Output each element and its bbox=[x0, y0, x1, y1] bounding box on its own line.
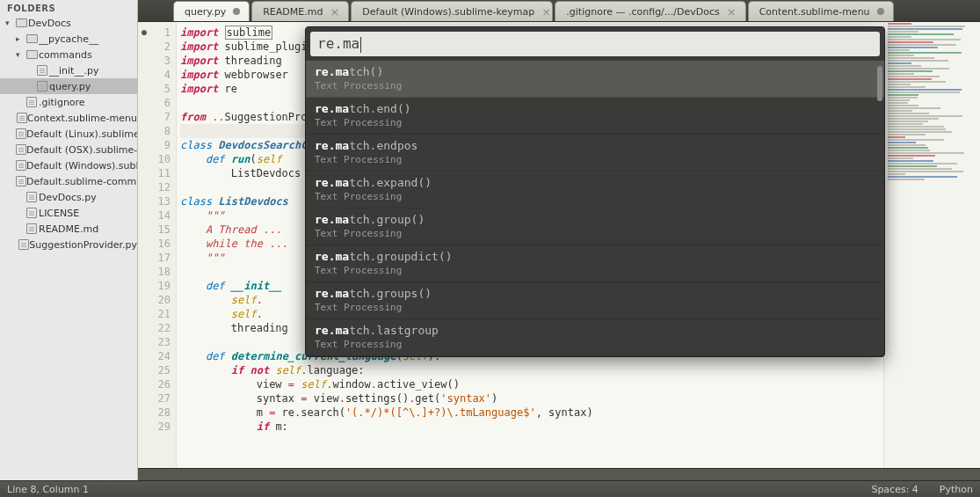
line-number: 17 bbox=[138, 251, 171, 265]
tab-label: Content.sublime-menu bbox=[759, 6, 870, 18]
file-SuggestionProvider.py[interactable]: SuggestionProvider.py bbox=[0, 237, 137, 252]
folder-icon bbox=[14, 18, 28, 27]
tree-label: README.md bbox=[39, 223, 98, 235]
code-line[interactable]: if not self.language: bbox=[180, 363, 883, 377]
status-syntax[interactable]: Python bbox=[940, 484, 973, 495]
close-icon[interactable]: × bbox=[330, 6, 339, 18]
folder-DevDocs[interactable]: ▾DevDocs bbox=[0, 15, 137, 31]
quick-panel-scrollbar[interactable] bbox=[877, 66, 882, 101]
quick-panel-item-subtitle: Text Processing bbox=[315, 154, 875, 165]
tree-label: __init__.py bbox=[49, 65, 98, 77]
close-icon[interactable]: × bbox=[541, 6, 551, 18]
line-number: 18 bbox=[138, 265, 171, 279]
quick-panel-item[interactable]: re.match.endposText Processing bbox=[306, 135, 884, 172]
line-number: 20 bbox=[138, 293, 171, 307]
file-icon bbox=[35, 81, 49, 91]
code-line[interactable]: view = self.window.active_view() bbox=[180, 377, 883, 391]
quick-panel-item-title: re.match.group() bbox=[315, 213, 875, 226]
file-.gitignore[interactable]: .gitignore bbox=[0, 94, 137, 110]
line-number: 7 bbox=[138, 110, 171, 124]
file-Default.sublime-commands[interactable]: Default.sublime-commands bbox=[0, 173, 137, 189]
code-line[interactable]: if m: bbox=[180, 420, 883, 434]
quick-panel-item-title: re.match.endpos bbox=[315, 139, 875, 152]
file-Context.sublime-menu[interactable]: Context.sublime-menu bbox=[0, 110, 137, 126]
line-number: 23 bbox=[138, 335, 171, 349]
file-Default (Linux).sublime-keymap[interactable]: Default (Linux).sublime-keymap bbox=[0, 126, 137, 142]
tab-label: Default (Windows).sublime-keymap bbox=[362, 6, 534, 18]
file-__init__.py[interactable]: __init__.py bbox=[0, 62, 137, 78]
tab-content-sublime-menu[interactable]: Content.sublime-menu bbox=[748, 1, 894, 21]
quick-panel-item[interactable]: re.match.group()Text Processing bbox=[306, 208, 884, 245]
line-number: 21 bbox=[138, 307, 171, 321]
tab-readme-md[interactable]: README.md× bbox=[251, 1, 349, 21]
tree-label: __pycache__ bbox=[39, 33, 98, 45]
line-number: 19 bbox=[138, 279, 171, 293]
code-line[interactable]: m = re.search('(.*/)*([^\.]+?)\.tmLangua… bbox=[180, 406, 883, 420]
line-number: 1 bbox=[138, 26, 171, 40]
tree-label: SuggestionProvider.py bbox=[29, 239, 137, 251]
folder-commands[interactable]: ▾commands bbox=[0, 47, 137, 62]
quick-panel-input[interactable]: re.ma bbox=[310, 32, 880, 56]
status-indent[interactable]: Spaces: 4 bbox=[871, 484, 918, 495]
file-Default (OSX).sublime-keymap[interactable]: Default (OSX).sublime-keymap bbox=[0, 142, 137, 157]
file-Default (Windows).sublime-keymap[interactable]: Default (Windows).sublime-keymap bbox=[0, 157, 137, 173]
file-icon bbox=[16, 176, 26, 186]
quick-panel-item[interactable]: re.match.expand()Text Processing bbox=[306, 172, 884, 208]
folder-icon bbox=[25, 34, 39, 43]
quick-panel-item-title: re.match.end() bbox=[315, 102, 875, 115]
folder-icon bbox=[25, 50, 39, 59]
file-icon bbox=[25, 97, 39, 107]
file-query.py[interactable]: query.py bbox=[0, 78, 137, 94]
editor-area: query.pyREADME.md×Default (Windows).subl… bbox=[138, 0, 980, 480]
tab-default-windows-sublime-keymap[interactable]: Default (Windows).sublime-keymap× bbox=[351, 1, 553, 21]
line-number: 26 bbox=[138, 377, 171, 391]
quick-panel-item[interactable]: re.match()Text Processing bbox=[306, 61, 884, 98]
sidebar-header: FOLDERS bbox=[0, 0, 137, 15]
quick-panel-item[interactable]: re.match.groups()Text Processing bbox=[306, 282, 884, 319]
file-README.md[interactable]: README.md bbox=[0, 221, 137, 237]
sidebar-folders: FOLDERS ▾DevDocs▸__pycache__▾commands__i… bbox=[0, 0, 138, 480]
tab-query-py[interactable]: query.py bbox=[173, 1, 250, 21]
quick-panel-item-subtitle: Text Processing bbox=[315, 80, 875, 91]
quick-panel-item[interactable]: re.match.groupdict()Text Processing bbox=[306, 245, 884, 282]
quick-panel-item[interactable]: re.match.end()Text Processing bbox=[306, 98, 884, 135]
file-icon bbox=[16, 160, 26, 171]
line-number: 22 bbox=[138, 321, 171, 335]
tree-label: commands bbox=[39, 49, 92, 61]
quick-panel-item-subtitle: Text Processing bbox=[315, 117, 875, 128]
line-number: 8 bbox=[138, 124, 171, 138]
disclosure-arrow-icon[interactable]: ▸ bbox=[16, 34, 25, 43]
disclosure-arrow-icon[interactable]: ▾ bbox=[5, 18, 14, 27]
line-number: 6 bbox=[138, 96, 171, 110]
code-line[interactable]: syntax = view.settings().get('syntax') bbox=[180, 391, 883, 406]
disclosure-arrow-icon[interactable]: ▾ bbox=[16, 50, 25, 59]
tree-label: Default.sublime-commands bbox=[26, 176, 137, 187]
tree-label: DevDocs bbox=[28, 18, 71, 29]
quick-panel-item-subtitle: Text Processing bbox=[315, 228, 875, 239]
line-number: 14 bbox=[138, 208, 171, 223]
folder-__pycache__[interactable]: ▸__pycache__ bbox=[0, 31, 137, 47]
quick-panel-item[interactable]: re.match.lastgroupText Processing bbox=[306, 319, 884, 356]
tree-label: Context.sublime-menu bbox=[27, 113, 137, 124]
editor-body: 1234567891011121314151617181920212223242… bbox=[138, 22, 980, 468]
quick-panel: re.ma re.match()Text Processingre.match.… bbox=[305, 26, 885, 357]
file-LICENSE[interactable]: LICENSE bbox=[0, 205, 137, 221]
code-view[interactable]: re.ma re.match()Text Processingre.match.… bbox=[177, 22, 883, 468]
close-icon[interactable]: × bbox=[727, 6, 737, 18]
tab--gitignore-config-devdocs[interactable]: .gitignore — .config/.../DevDocs× bbox=[555, 1, 745, 21]
line-number: 10 bbox=[138, 152, 171, 166]
tree-label: DevDocs.py bbox=[39, 192, 97, 203]
quick-panel-item-title: re.match() bbox=[315, 65, 875, 78]
tree-label: LICENSE bbox=[39, 208, 79, 219]
tree-label: query.py bbox=[49, 81, 91, 92]
file-DevDocs.py[interactable]: DevDocs.py bbox=[0, 189, 137, 205]
minimap[interactable] bbox=[883, 22, 980, 468]
tab-label: README.md bbox=[263, 6, 323, 18]
dirty-indicator-icon bbox=[877, 8, 884, 15]
horizontal-scrollbar[interactable] bbox=[138, 468, 980, 480]
tab-bar: query.pyREADME.md×Default (Windows).subl… bbox=[138, 0, 980, 22]
file-icon bbox=[25, 223, 39, 234]
tab-label: query.py bbox=[185, 6, 226, 18]
line-number: 28 bbox=[138, 406, 171, 420]
tree-label: .gitignore bbox=[39, 97, 85, 108]
